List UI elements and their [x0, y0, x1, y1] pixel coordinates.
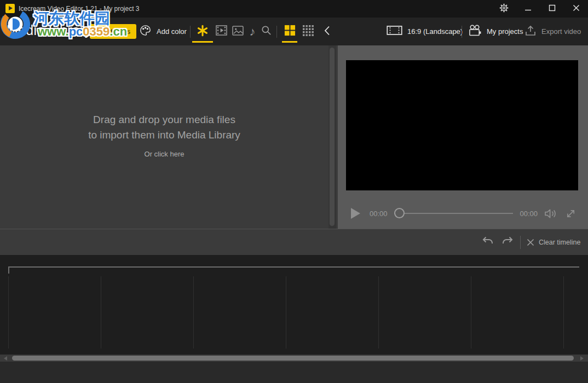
- scroll-right-arrow-icon[interactable]: [580, 356, 584, 361]
- toolbar-separator: [462, 26, 462, 38]
- timeline-track-edge-cap: [8, 266, 9, 274]
- timeline-gridline: [563, 276, 564, 349]
- timeline-area[interactable]: [0, 255, 588, 355]
- title-bar: Icecream Video Editor 1.21 - My project …: [0, 0, 588, 18]
- grid-large-icon: [284, 25, 296, 38]
- view-grid-large-toggle[interactable]: [280, 18, 299, 45]
- export-icon: [524, 25, 537, 39]
- search-icon: [261, 25, 272, 38]
- add-color-button[interactable]: Add color: [139, 18, 187, 45]
- timeline-gridline: [8, 276, 9, 349]
- redo-button[interactable]: [501, 236, 515, 249]
- media-library-dropzone[interactable]: Drag and drop your media files to import…: [0, 45, 338, 229]
- palette-icon: [139, 24, 152, 39]
- timeline-gridline: [101, 276, 101, 349]
- app-window: Icecream Video Editor 1.21 - My project …: [0, 0, 588, 383]
- toolbar: Media Library + Add files Add color: [0, 18, 588, 45]
- dropzone-text: Drag and drop your media files to import…: [0, 112, 328, 158]
- clear-x-icon: [527, 239, 534, 246]
- media-library-title: Media Library: [7, 22, 91, 38]
- music-note-icon: ♪: [250, 26, 256, 38]
- minimize-icon: [524, 4, 532, 14]
- my-projects-button[interactable]: My projects: [468, 18, 523, 45]
- player-controls: 00:00 00:00: [338, 205, 588, 222]
- timeline-gridline: [193, 276, 194, 349]
- clear-timeline-button[interactable]: Clear timeline: [527, 236, 580, 249]
- timeline-scrollbar[interactable]: [0, 355, 588, 362]
- tab-videos[interactable]: [212, 18, 230, 45]
- timeline-gridline: [471, 276, 471, 349]
- maximize-button[interactable]: [540, 0, 564, 18]
- video-preview: [346, 60, 578, 190]
- settings-button[interactable]: [492, 0, 516, 18]
- redo-icon: [501, 235, 515, 249]
- window-title: Icecream Video Editor 1.21 - My project …: [19, 0, 140, 18]
- volume-button[interactable]: [544, 208, 558, 219]
- plus-icon: +: [96, 27, 101, 36]
- library-scrollbar-thumb[interactable]: [330, 48, 335, 226]
- dropzone-line2: to import them into Media Library: [0, 127, 328, 143]
- maximize-icon: [549, 4, 556, 14]
- seek-slider[interactable]: [394, 208, 514, 219]
- seek-track: [394, 213, 514, 214]
- timeline-gridline: [378, 276, 379, 349]
- bottom-strip: [0, 362, 588, 383]
- aspect-ratio-icon: [387, 26, 402, 37]
- timeline-gridline: [286, 276, 286, 349]
- grid-small-icon: [302, 25, 314, 39]
- controls-separator: [520, 236, 521, 249]
- chevron-left-icon: [324, 26, 330, 38]
- tab-favorites[interactable]: [192, 18, 214, 45]
- timeline-controls-bar: Clear timeline: [0, 229, 588, 255]
- window-controls: [492, 0, 588, 18]
- fullscreen-button[interactable]: [566, 208, 576, 219]
- timeline-scrollbar-thumb[interactable]: [12, 356, 574, 361]
- minimize-button[interactable]: [516, 0, 540, 18]
- close-button[interactable]: [564, 0, 588, 18]
- undo-icon: [481, 235, 494, 249]
- click-here-link[interactable]: Or click here: [0, 150, 328, 158]
- scroll-left-arrow-icon[interactable]: [4, 356, 7, 361]
- toolbar-separator: [190, 26, 191, 38]
- gear-icon: [499, 3, 509, 15]
- main-area: Drag and drop your media files to import…: [0, 45, 588, 229]
- app-icon: [5, 4, 15, 13]
- tab-search[interactable]: [257, 18, 275, 45]
- movie-camera-icon: [468, 25, 482, 39]
- image-icon: [232, 26, 244, 38]
- film-icon: [216, 25, 227, 38]
- collapse-panel-button[interactable]: [320, 18, 334, 45]
- toolbar-separator: [276, 26, 277, 38]
- view-grid-small-toggle[interactable]: [299, 18, 318, 45]
- preview-panel: 00:00 00:00: [338, 45, 588, 229]
- undo-button[interactable]: [481, 236, 494, 249]
- add-files-button[interactable]: + Add files: [90, 24, 136, 39]
- export-video-button[interactable]: Export video: [524, 18, 581, 45]
- seek-knob[interactable]: [394, 208, 405, 218]
- total-time: 00:00: [520, 210, 538, 218]
- close-icon: [573, 4, 580, 14]
- current-time: 00:00: [370, 210, 388, 218]
- aspect-ratio-button[interactable]: 16:9 (Landscape): [387, 18, 463, 45]
- dropzone-line1: Drag and drop your media files: [0, 112, 328, 127]
- library-scrollbar[interactable]: [328, 45, 336, 229]
- play-button[interactable]: [350, 207, 361, 220]
- star-icon: [197, 25, 209, 39]
- timeline-track-edge: [8, 266, 579, 268]
